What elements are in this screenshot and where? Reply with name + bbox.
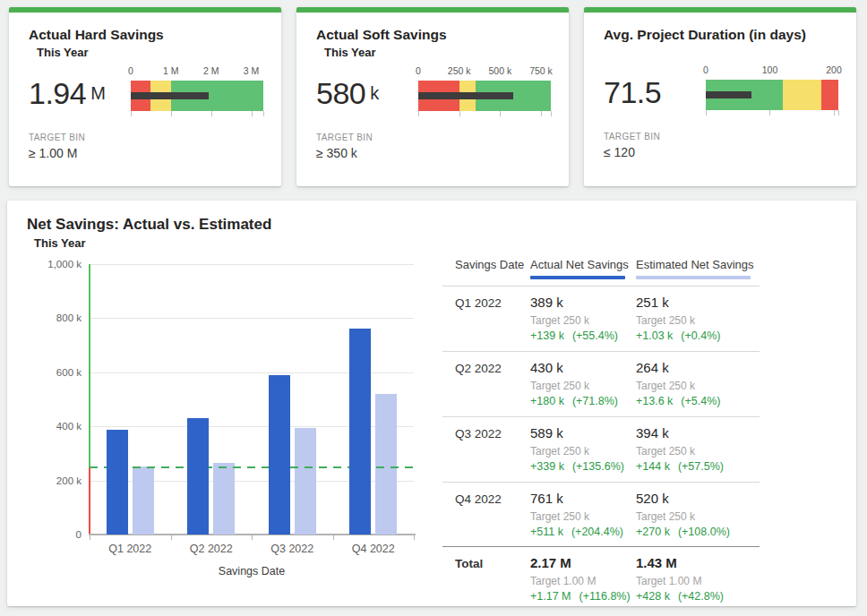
actual-series-color-bar bbox=[530, 276, 625, 279]
y-axis-tick-label: 800 k bbox=[56, 312, 82, 323]
actual-net-savings-bar[interactable] bbox=[187, 418, 209, 535]
bullet-tick-line bbox=[834, 110, 835, 116]
bullet-measure-bar bbox=[706, 91, 751, 98]
table-total-row: Total2.17 MTarget 1.00 M+1.17 M(+116.8%)… bbox=[442, 546, 760, 612]
bullet-measure-bar bbox=[418, 92, 513, 99]
table-row: Q3 2022589 kTarget 250 k+339 k(+135.6%)3… bbox=[442, 417, 760, 483]
cell-target: Target 250 k bbox=[636, 510, 760, 523]
estimated-net-savings-bar[interactable] bbox=[213, 463, 235, 535]
actual-net-savings-bar[interactable] bbox=[107, 430, 128, 535]
row-label: Q4 2022 bbox=[442, 491, 530, 538]
bar-groups bbox=[90, 264, 414, 535]
kpi-card-row: Actual Hard Savings This Year 1.94M 01 M… bbox=[9, 7, 856, 186]
x-axis-tick bbox=[333, 535, 334, 540]
cell-value: 520 k bbox=[636, 491, 760, 506]
net-savings-table: Savings Date Actual Net Savings Estimate… bbox=[442, 258, 760, 612]
cell-target: Target 1.00 M bbox=[530, 575, 636, 587]
table-cell: 2.17 MTarget 1.00 M+1.17 M(+116.8%) bbox=[530, 555, 636, 603]
kpi-title: Avg. Project Duration (in days) bbox=[604, 13, 838, 44]
bullet-tick-label: 2 M bbox=[203, 65, 219, 76]
bar-group bbox=[90, 264, 171, 535]
bullet-tick-label: 0 bbox=[416, 65, 421, 76]
estimated-net-savings-bar[interactable] bbox=[375, 394, 397, 535]
delta-percent: (+57.5%) bbox=[678, 460, 724, 473]
delta-value: +144 k bbox=[636, 460, 670, 473]
table-row: Q4 2022761 kTarget 250 k+511 k(+204.4%)5… bbox=[442, 483, 760, 547]
cell-target: Target 250 k bbox=[636, 380, 760, 392]
cell-value: 1.43 M bbox=[636, 555, 760, 570]
delta-percent: (+0.4%) bbox=[681, 329, 720, 342]
net-savings-panel: Net Savings: Actual vs. Estimated This Y… bbox=[7, 201, 856, 606]
kpi-subtitle: This Year bbox=[29, 44, 263, 60]
table-cell: 430 kTarget 250 k+180 k(+71.8%) bbox=[530, 360, 636, 407]
kpi-title: Actual Hard Savings bbox=[29, 13, 263, 44]
delta-value: +270 k bbox=[636, 526, 670, 538]
bullet-chart: 0100200 bbox=[706, 64, 838, 120]
table-cell: 589 kTarget 250 k+339 k(+135.6%) bbox=[530, 425, 636, 473]
kpi-unit: k bbox=[370, 83, 379, 104]
target-bin-label: TARGET BIN bbox=[604, 132, 838, 141]
dashboard: Actual Hard Savings This Year 1.94M 01 M… bbox=[0, 0, 867, 616]
y-axis-tick-label: 600 k bbox=[56, 367, 82, 378]
bullet-tick-label: 100 bbox=[762, 64, 778, 75]
bullet-tick-label: 1 M bbox=[163, 65, 179, 76]
x-axis-tick bbox=[90, 535, 90, 540]
y-axis-tick-label: 0 bbox=[76, 529, 82, 540]
cell-delta: +339 k(+135.6%) bbox=[530, 460, 636, 473]
column-header-savings-date: Savings Date bbox=[442, 258, 530, 279]
bullet-tick-label: 0 bbox=[128, 65, 133, 76]
y-axis-tick-label: 400 k bbox=[56, 421, 82, 432]
actual-net-savings-bar[interactable] bbox=[269, 375, 290, 535]
bullet-measure-bar bbox=[131, 92, 209, 99]
x-axis-tick bbox=[171, 535, 172, 540]
target-bin-value: ≥ 1.00 M bbox=[29, 146, 263, 160]
kpi-card-project-duration: Avg. Project Duration (in days) 71.5 010… bbox=[584, 7, 856, 186]
cell-delta: +1.03 k(+0.4%) bbox=[636, 329, 760, 342]
cell-value: 589 k bbox=[530, 425, 636, 441]
cell-value: 264 k bbox=[636, 360, 760, 375]
estimated-net-savings-bar[interactable] bbox=[133, 466, 154, 535]
cell-target: Target 250 k bbox=[530, 380, 636, 392]
bullet-tick-line bbox=[418, 111, 419, 116]
cell-value: 2.17 M bbox=[530, 555, 636, 570]
delta-value: +339 k bbox=[530, 460, 564, 473]
x-axis-tick bbox=[414, 535, 415, 540]
delta-value: +1.17 M bbox=[530, 590, 571, 603]
target-bin-label: TARGET BIN bbox=[316, 133, 551, 142]
kpi-card-soft-savings: Actual Soft Savings This Year 580k 0250 … bbox=[296, 7, 569, 186]
table-row: Q2 2022430 kTarget 250 k+180 k(+71.8%)26… bbox=[442, 352, 760, 417]
cell-delta: +13.6 k(+5.4%) bbox=[636, 395, 760, 407]
kpi-subtitle bbox=[604, 44, 838, 59]
bullet-tick-label: 500 k bbox=[489, 65, 512, 76]
actual-net-savings-bar[interactable] bbox=[349, 329, 371, 535]
target-bin-label: TARGET BIN bbox=[29, 133, 263, 142]
cell-target: Target 250 k bbox=[530, 314, 636, 327]
bullet-tick-line bbox=[263, 111, 264, 116]
cell-value: 430 k bbox=[530, 360, 636, 375]
table-cell: 761 kTarget 250 k+511 k(+204.4%) bbox=[530, 491, 636, 538]
x-axis-labels: Q1 2022Q2 2022Q3 2022Q4 2022 bbox=[90, 543, 414, 555]
estimated-series-color-bar bbox=[636, 276, 751, 279]
x-axis-category-label: Q4 2022 bbox=[333, 543, 415, 555]
row-label: Total bbox=[442, 555, 530, 603]
net-savings-bar-chart: 0200 k400 k600 k800 k1,000 kQ1 2022Q2 20… bbox=[90, 264, 414, 535]
cell-delta: +428 k(+42.8%) bbox=[636, 590, 760, 603]
kpi-card-hard-savings: Actual Hard Savings This Year 1.94M 01 M… bbox=[9, 7, 281, 186]
target-bin-value: ≤ 120 bbox=[604, 145, 838, 159]
delta-value: +180 k bbox=[530, 395, 564, 407]
column-header-estimated: Estimated Net Savings bbox=[636, 258, 760, 279]
x-axis-category-label: Q1 2022 bbox=[90, 543, 171, 555]
estimated-net-savings-bar[interactable] bbox=[295, 428, 316, 535]
bullet-tick-line bbox=[769, 110, 770, 116]
cell-value: 389 k bbox=[530, 295, 636, 310]
bullet-chart: 01 M2 M3 M bbox=[131, 65, 263, 121]
cell-value: 394 k bbox=[636, 425, 760, 441]
y-axis-tick-label: 1,000 k bbox=[47, 259, 82, 270]
delta-value: +139 k bbox=[530, 329, 564, 342]
bullet-tick-label: 200 bbox=[826, 64, 842, 75]
delta-percent: (+135.6%) bbox=[572, 460, 624, 473]
cell-target: Target 1.00 M bbox=[636, 575, 760, 587]
bullet-tick-line bbox=[171, 111, 172, 116]
target-bin-value: ≥ 350 k bbox=[316, 146, 551, 160]
kpi-title: Actual Soft Savings bbox=[316, 13, 551, 44]
